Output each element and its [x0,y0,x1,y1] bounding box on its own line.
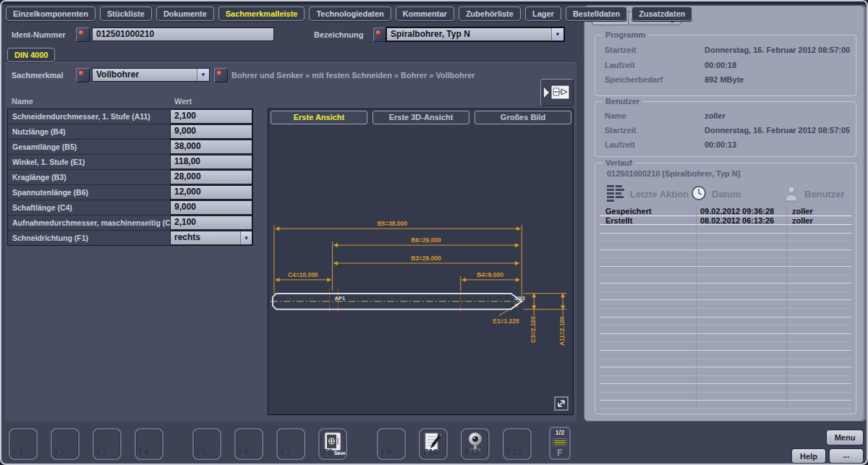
attr-value: 9,000 [171,201,252,214]
dim-b3: B3=29.000 [411,255,441,262]
attr-name: Gesamtlänge (B5) [8,140,170,154]
tab-zubehoerliste[interactable]: Zubehörliste [459,7,521,21]
fkey-f7[interactable]: F7 [276,428,305,460]
attr-name: Nutzlänge (B4) [8,124,170,139]
table-row: Aufnahmedurchmesser, maschinenseitig (C3… [8,216,252,231]
more-button[interactable]: ... [829,448,864,464]
chevron-down-icon[interactable]: ▼ [197,69,209,81]
speicherbedarf-value: 892 MByte [705,75,744,84]
attr-value-input[interactable]: 28,000 [170,170,252,184]
fkey-label: F8 [323,448,333,458]
attr-value-input[interactable]: 38,000 [170,140,252,154]
fkey-f12[interactable]: F12 [503,428,532,460]
fkey-f4[interactable]: F4 [135,428,163,460]
fkey-f2[interactable]: F2 [51,428,80,460]
name-label: Name [605,111,626,120]
attr-value-input[interactable]: 118,00 [170,155,252,169]
table-row: Winkel, 1. Stufe (E1) 118,00 [8,155,252,170]
mandatory-dot-icon [376,30,380,35]
chevron-down-icon[interactable]: ▼ [551,28,563,40]
fkey-f3[interactable]: F3 [93,428,122,460]
status-panel: Status Zeichnung Programm Startzeit Donn… [584,5,867,422]
empty-row [600,325,851,334]
tool-graphic-button[interactable] [540,79,574,106]
ident-number-label: Ident-Nummer [12,30,66,39]
table-row: Kraglänge (B3) 28,000 [8,170,252,185]
tab-dokumente[interactable]: Dokumente [156,7,214,21]
tab-sachmerkmalleiste[interactable]: Sachmerkmalleiste [218,7,305,21]
name-column-header: Name [12,97,33,106]
tab-erste-3d-ansicht[interactable]: Erste 3D-Ansicht [373,111,469,124]
tab-grosses-bild[interactable]: Großes Bild [475,111,571,124]
tab-din4000[interactable]: DIN 4000 [7,48,55,62]
fkey-f6[interactable]: F6 [234,428,263,460]
laufzeit-label: Laufzeit [605,140,635,149]
attr-name: Aufnahmedurchmesser, maschinenseitig (C3… [8,216,170,230]
laufzeit-value: 00:00:18 [705,61,736,69]
sachmerkmal-select[interactable]: Vollbohrer ▼ [92,68,210,82]
attr-value-select[interactable]: rechts ▼ [170,231,252,245]
tab-einzelkomponenten[interactable]: Einzelkomponenten [6,7,95,21]
tab-lager[interactable]: Lager [525,7,561,21]
fkey-page-toggle[interactable]: 1/2 F [549,427,571,460]
laufzeit-value: 00:00:13 [705,140,736,149]
help-button[interactable]: Help [791,448,826,464]
col-header-letzte-aktion: Letzte Aktion [630,189,689,200]
fkey-label: F5 [197,448,207,458]
column-divider [696,207,697,408]
aktion-cell: Erstellt [600,216,696,225]
user-icon [783,184,799,202]
tab-stueckliste[interactable]: Stückliste [100,7,152,21]
fkey-label: F11 [465,448,480,458]
attr-name: Spannutenlänge (B6) [8,185,170,200]
tab-technologiedaten[interactable]: Technologiedaten [309,7,391,21]
benutzer-group-title: Benutzer [603,97,642,106]
attr-value: 12,000 [171,186,252,199]
attribute-table: Schneidendurchmesser, 1. Stufe (A11) 2,1… [7,108,253,246]
attr-value-input[interactable]: 2,100 [170,109,252,124]
bezeichnung-select[interactable]: Spiralbohrer, Typ N ▼ [386,27,564,41]
sachmerkmal-mandatory-button[interactable] [76,68,90,82]
attr-value-input[interactable]: 12,000 [170,185,252,200]
verlauf-row[interactable]: Gespeichert 09.02.2012 09:36:28 zoller [600,207,851,216]
ident-number-input[interactable]: 012501000210 [92,27,274,41]
tab-kommentar[interactable]: Kommentar [396,7,454,21]
tab-erste-ansicht[interactable]: Erste Ansicht [271,111,367,124]
verlauf-row[interactable]: Erstellt 08.02.2012 06:13:26 zoller [600,216,851,226]
attr-value-input[interactable]: 9,000 [170,200,252,215]
tab-zusatzdaten[interactable]: Zusatzdaten [631,7,692,21]
main-tabbar: Einzelkomponenten Stückliste Dokumente S… [6,7,692,21]
datum-cell: 08.02.2012 06:13:26 [696,216,786,225]
dim-c3: C3=2.100 [529,316,537,343]
fkey-label: F3 [97,448,107,458]
bezeichnung-mandatory-button[interactable] [373,27,387,42]
clock-icon [691,185,707,201]
expand-view-button[interactable] [554,396,569,411]
empty-row [600,367,851,376]
empty-row [600,225,851,234]
benutzer-cell: zoller [786,216,851,225]
mandatory-dot-icon [79,71,83,75]
chevron-down-icon[interactable]: ▼ [240,231,252,244]
fkey-f1[interactable]: F1 [9,428,38,460]
tab-bestelldaten[interactable]: Bestelldaten [566,7,627,21]
fkey-f8-save[interactable]: F8 Save [318,428,347,460]
menu-button[interactable]: Menu [826,430,864,445]
fkey-f10-edit[interactable]: F10 [419,428,448,460]
breadcrumb-mandatory-button[interactable] [214,68,228,82]
empty-row [600,317,851,326]
expand-icon [554,396,569,411]
mandatory-dot-icon [79,30,83,35]
empty-row [600,267,851,276]
empty-row [600,234,851,242]
fkey-f9[interactable]: F9 [377,428,406,460]
fkey-label: F10 [423,448,438,458]
attr-value-input[interactable]: 2,100 [170,216,252,230]
fkey-f5[interactable]: F5 [192,428,221,460]
attr-name: Schaftlänge (C4) [8,200,170,215]
empty-row [600,384,851,393]
fkey-f11-camera[interactable]: F11 [461,428,490,460]
attr-value: 2,100 [171,216,252,229]
ident-mandatory-button[interactable] [76,27,90,42]
attr-value-input[interactable]: 9,000 [170,124,252,139]
